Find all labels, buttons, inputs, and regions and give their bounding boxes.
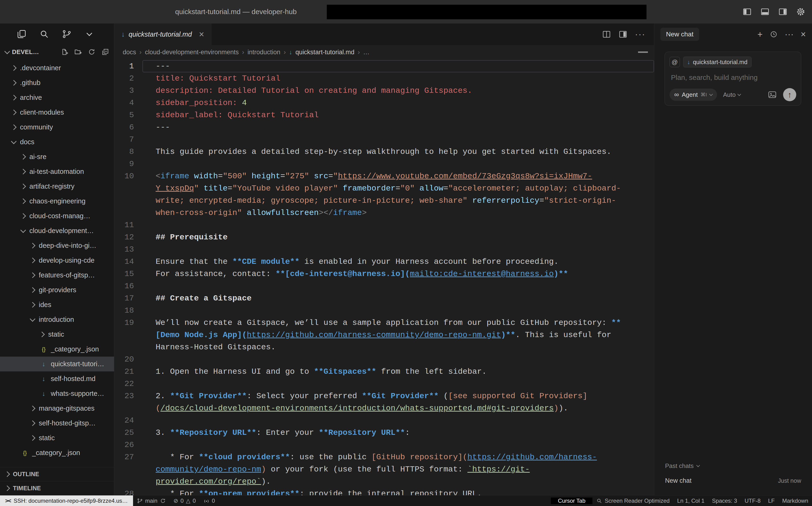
tree-item-quickstart-tutori-[interactable]: ↓quickstart-tutori… <box>0 357 114 371</box>
send-button[interactable]: ↑ <box>783 88 796 101</box>
code-line-content[interactable]: For assistance, contact: **[cde-interest… <box>142 268 654 280</box>
code-line-content[interactable]: ## Create a Gitspace <box>142 292 654 305</box>
model-selector[interactable]: Auto <box>723 91 741 98</box>
code-line-content[interactable]: ## Prerequisite <box>142 231 654 243</box>
editor-more-actions-icon[interactable]: ··· <box>635 29 646 39</box>
chat-more-icon[interactable]: ··· <box>785 30 794 39</box>
remote-indicator[interactable]: >< SSH: documentation-repo-e5ifp9-8rzze4… <box>0 495 133 506</box>
collapse-all-icon[interactable] <box>101 48 109 56</box>
code-line-content[interactable] <box>142 134 654 146</box>
tree-item-ai-sre[interactable]: ai-sre <box>0 149 114 164</box>
code-line-content[interactable]: sidebar_position: 4 <box>142 97 654 109</box>
tree-item-_category_.json[interactable]: {}_category_.json <box>0 342 114 357</box>
tree-item-cloud-development-[interactable]: cloud-development… <box>0 224 114 238</box>
editor-layout-icon[interactable] <box>618 30 628 39</box>
code-line-content[interactable]: <iframe width="500" height="275" src="ht… <box>142 170 654 219</box>
new-folder-icon[interactable] <box>74 48 82 56</box>
past-chat-item[interactable]: New chat Just now <box>665 477 801 484</box>
tree-item-deep-dive-into-gi-[interactable]: deep-dive-into-gi… <box>0 238 114 253</box>
encoding-indicator[interactable]: UTF-8 <box>741 498 764 504</box>
chat-input[interactable]: @ ↓ quickstart-tutorial.md Plan, search,… <box>665 52 801 106</box>
indentation-indicator[interactable]: Spaces: 3 <box>708 498 741 504</box>
toggle-secondary-sidebar-icon[interactable] <box>778 7 788 16</box>
attach-image-icon[interactable] <box>767 90 777 99</box>
line-col-indicator[interactable]: Ln 1, Col 1 <box>673 498 708 504</box>
code-line-content[interactable]: --- <box>142 60 654 72</box>
code-line-content[interactable]: 3. **Repository URL**: Enter your **Repo… <box>142 427 654 439</box>
close-chat-icon[interactable]: × <box>801 30 806 39</box>
code-line-content[interactable] <box>142 158 654 170</box>
tree-item-community[interactable]: community <box>0 120 114 135</box>
sidebar-section-outline[interactable]: OUTLINE <box>0 467 114 481</box>
tree-item-ides[interactable]: ides <box>0 298 114 312</box>
tree-item-docs[interactable]: docs <box>0 135 114 149</box>
sidebar-section-timeline[interactable]: TIMELINE <box>0 481 114 495</box>
problems-indicator[interactable]: ⊘ 0 △ 0 <box>170 495 200 506</box>
breadcrumb-item[interactable]: introduction <box>247 49 281 56</box>
tree-item-artifact-registry[interactable]: artifact-registry <box>0 179 114 194</box>
tree-item-develop-using-cde[interactable]: develop-using-cde <box>0 253 114 268</box>
chat-placeholder[interactable]: Plan, search, build anything <box>671 74 795 82</box>
tree-item-self-hosted-gitsp-[interactable]: self-hosted-gitsp… <box>0 416 114 431</box>
tab-quickstart-tutorial[interactable]: ↓ quickstart-tutorial.md × <box>114 23 211 45</box>
code-line-content[interactable]: Ensure that the **CDE module** is enable… <box>142 256 654 268</box>
tree-item-archive[interactable]: archive <box>0 90 114 105</box>
tree-item-features-of-gitsp-[interactable]: features-of-gitsp… <box>0 268 114 282</box>
tree-item-.devcontainer[interactable]: .devcontainer <box>0 61 114 75</box>
add-context-button[interactable]: @ <box>670 57 680 67</box>
tree-item-static[interactable]: static <box>0 327 114 342</box>
screen-reader-indicator[interactable]: Screen Reader Optimized <box>592 498 673 504</box>
tree-item-cloud-cost-manag-[interactable]: cloud-cost-manag… <box>0 208 114 224</box>
tree-item-client-modules[interactable]: client-modules <box>0 105 114 120</box>
tree-item-manage-gitspaces[interactable]: manage-gitspaces <box>0 401 114 416</box>
chat-history-icon[interactable] <box>770 30 778 38</box>
tree-item-self-hosted.md[interactable]: ↓self-hosted.md <box>0 371 114 386</box>
breadcrumb-item[interactable]: docs <box>123 49 136 56</box>
tree-item-.github[interactable]: .github <box>0 75 114 90</box>
code-line-content[interactable] <box>142 305 654 317</box>
refresh-icon[interactable] <box>88 48 96 56</box>
code-line-content[interactable]: 2. **Git Provider**: Select your preferr… <box>142 390 654 414</box>
agent-mode-selector[interactable]: ∞ Agent ⌘I <box>670 89 717 101</box>
code-line-content[interactable]: description: Detailed Tutorial on creati… <box>142 85 654 97</box>
code-area[interactable]: 1---2title: Quickstart Tutorial3descript… <box>114 59 654 495</box>
settings-gear-icon[interactable] <box>796 7 805 16</box>
eol-indicator[interactable]: LF <box>764 498 779 504</box>
explorer-copy-icon[interactable] <box>16 29 27 39</box>
file-tree[interactable]: .devcontainer.githubarchiveclient-module… <box>0 59 114 467</box>
code-line-content[interactable] <box>142 353 654 365</box>
tree-item-git-providers[interactable]: git-providers <box>0 282 114 298</box>
split-editor-icon[interactable] <box>602 30 611 39</box>
code-line-content[interactable] <box>142 243 654 256</box>
code-line-content[interactable]: 1. Open the Harness UI and go to **Gitsp… <box>142 365 654 378</box>
code-line-content[interactable] <box>142 280 654 292</box>
code-line-content[interactable]: title: Quickstart Tutorial <box>142 72 654 85</box>
ports-indicator[interactable]: 0 <box>200 495 219 506</box>
search-icon[interactable] <box>39 29 49 39</box>
breadcrumb-file[interactable]: quickstart-tutorial.md <box>296 49 355 56</box>
tree-item-chaos-engineering[interactable]: chaos-engineering <box>0 194 114 208</box>
toggle-panel-icon[interactable] <box>760 7 770 16</box>
code-line-content[interactable]: * For **cloud providers**: use the publi… <box>142 451 654 488</box>
close-tab-icon[interactable]: × <box>199 30 204 39</box>
explorer-section-header[interactable]: DEVEL… <box>0 45 114 59</box>
code-line-content[interactable]: We’ll now create a Gitspace, we’ll use a… <box>142 317 654 353</box>
breadcrumb-more[interactable]: … <box>363 49 370 56</box>
tree-item-ai-test-automation[interactable]: ai-test-automation <box>0 164 114 179</box>
code-line-content[interactable] <box>142 439 654 451</box>
code-line-content[interactable]: This guide provides a detailed step-by-s… <box>142 146 654 158</box>
tree-item-_category_.json[interactable]: {}_category_.json <box>0 445 114 460</box>
tree-item-whats-supporte-[interactable]: ↓whats-supporte… <box>0 386 114 401</box>
code-line-content[interactable]: --- <box>142 121 654 134</box>
branch-indicator[interactable]: main <box>133 495 170 506</box>
cursor-tab-indicator[interactable]: Cursor Tab <box>551 498 592 504</box>
code-line-content[interactable]: * For **on-prem providers**: provide the… <box>142 488 654 495</box>
more-views-chevron-icon[interactable] <box>84 29 94 39</box>
language-mode-indicator[interactable]: Markdown <box>779 498 812 504</box>
code-line-content[interactable]: sidebar_label: Quickstart Tutorial <box>142 109 654 121</box>
new-file-icon[interactable] <box>60 48 68 56</box>
source-control-icon[interactable] <box>62 29 72 39</box>
context-chip[interactable]: ↓ quickstart-tutorial.md <box>683 57 752 67</box>
new-chat-plus-icon[interactable]: + <box>757 30 763 39</box>
code-line-content[interactable] <box>142 378 654 390</box>
